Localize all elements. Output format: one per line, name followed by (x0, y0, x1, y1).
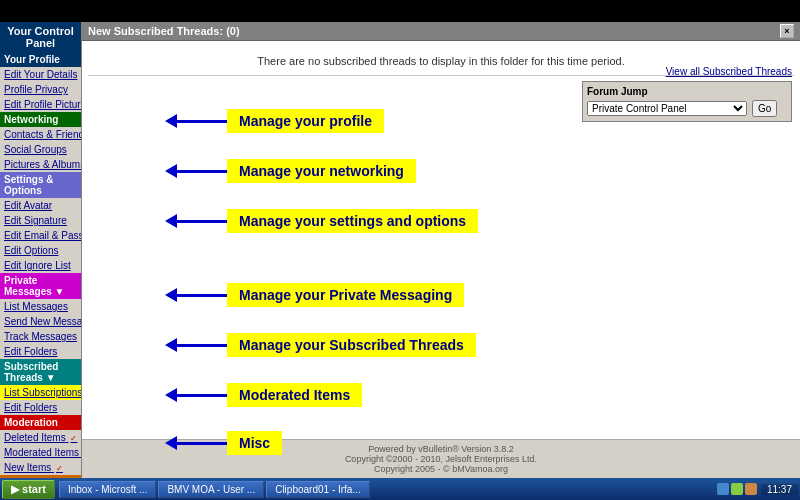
panel-title: New Subscribed Threads: (0) (88, 25, 240, 37)
annotation-label-pm: Manage your Private Messaging (227, 283, 464, 307)
sidebar-item-signature[interactable]: Edit Signature (0, 213, 81, 228)
sidebar-item-pm-folders[interactable]: Edit Folders (0, 344, 81, 359)
taskbar-items: Inbox - Microsft ... BMV MOA - User ... … (59, 481, 713, 498)
sidebar-item-contacts[interactable]: Contacts & Friends (0, 127, 81, 142)
footer-line1: Powered by vBulletin® Version 3.8.2 (86, 444, 796, 454)
deleted-items-icon: ✓ (70, 434, 77, 443)
arrow-head-profile (165, 114, 177, 128)
start-button[interactable]: ▶ start (2, 480, 55, 499)
main-window: Your Profile Your Control Panel Your Pro… (0, 22, 800, 478)
taskbar-item-bmv[interactable]: BMV MOA - User ... (158, 481, 264, 498)
sidebar-section-networking: Networking (0, 112, 81, 127)
panel-header: New Subscribed Threads: (0) × (82, 22, 800, 41)
sidebar-item-deleted-items[interactable]: Deleted Items ✓ (0, 430, 81, 445)
view-all-link[interactable]: View all Subscribed Threads (666, 66, 792, 77)
annotation-label-networking: Manage your networking (227, 159, 416, 183)
arrow-line-pm (177, 294, 227, 297)
annotation-label-moderated: Moderated Items (227, 383, 362, 407)
taskbar-bottom: ▶ start Inbox - Microsft ... BMV MOA - U… (0, 478, 800, 500)
sidebar-item-edit-details[interactable]: Edit Your Details (0, 67, 81, 82)
taskbar-clock: 11:37 (761, 484, 798, 495)
arrow-head-pm (165, 288, 177, 302)
tray-icon-1 (717, 483, 729, 495)
main-content: There are no subscribed threads to displ… (82, 41, 800, 439)
sidebar-item-avatar[interactable]: Edit Avatar (0, 198, 81, 213)
sidebar-section-settings: Settings & Options (0, 172, 81, 198)
annotation-label-profile: Manage your profile (227, 109, 384, 133)
forum-jump-select[interactable]: Private Control Panel (587, 101, 747, 116)
footer: Powered by vBulletin® Version 3.8.2 Copy… (82, 439, 800, 478)
sidebar-section-subscribed: Subscribed Threads ▼ (0, 359, 81, 385)
annotation-pm: Manage your Private Messaging (165, 283, 464, 307)
sidebar-section-your-profile: Your Profile (0, 52, 81, 67)
annotation-networking: Manage your networking (165, 159, 416, 183)
arrow-head-subscribed (165, 338, 177, 352)
forum-jump: Forum Jump Private Control Panel Go (582, 81, 792, 122)
sidebar-item-pictures[interactable]: Pictures & Albums (0, 157, 81, 172)
sidebar-item-social-groups[interactable]: Social Groups (0, 142, 81, 157)
arrow-line-subscribed (177, 344, 227, 347)
new-items-icon: ✓ (56, 464, 63, 473)
sidebar-item-edit-picture[interactable]: Edit Profile Picture (0, 97, 81, 112)
start-icon: ▶ (11, 483, 22, 495)
arrow-line-profile (177, 120, 227, 123)
sidebar-item-new-items[interactable]: New Items ✓ (0, 460, 81, 475)
annotation-moderated: Moderated Items (165, 383, 362, 407)
arrow-head-networking (165, 164, 177, 178)
arrow-head-settings (165, 214, 177, 228)
sidebar-section-pm: Private Messages ▼ (0, 273, 81, 299)
annotation-label-settings: Manage your settings and options (227, 209, 478, 233)
sidebar-item-list-messages[interactable]: List Messages (0, 299, 81, 314)
taskbar-tray (713, 483, 761, 495)
tray-icon-3 (745, 483, 757, 495)
arrow-line-moderated (177, 394, 227, 397)
sidebar-item-ignore-list[interactable]: Edit Ignore List (0, 258, 81, 273)
sidebar-item-send-message[interactable]: Send New Message (0, 314, 81, 329)
content-area: Your Profile Your Control Panel Your Pro… (0, 22, 800, 478)
sidebar-item-list-subscriptions[interactable]: List Subscriptions (0, 385, 81, 400)
annotation-settings: Manage your settings and options (165, 209, 478, 233)
main-panel: New Subscribed Threads: (0) × There are … (82, 22, 800, 478)
annotation-profile: Manage your profile (165, 109, 384, 133)
control-panel-header: Your Profile Your Control Panel (0, 22, 81, 52)
footer-line3: Copyright 2005 - © bMVamoa.org (86, 464, 796, 474)
sidebar-item-sub-folders[interactable]: Edit Folders (0, 400, 81, 415)
sidebar-item-moderated-items[interactable]: Moderated Items ✓ (0, 445, 81, 460)
arrow-line-networking (177, 170, 227, 173)
forum-jump-go-button[interactable]: Go (752, 100, 777, 117)
sidebar-item-track-messages[interactable]: Track Messages (0, 329, 81, 344)
sidebar-item-email-password[interactable]: Edit Email & Password (0, 228, 81, 243)
tray-icon-2 (731, 483, 743, 495)
annotation-label-subscribed: Manage your Subscribed Threads (227, 333, 476, 357)
sidebar-item-profile-privacy[interactable]: Profile Privacy (0, 82, 81, 97)
close-button[interactable]: × (780, 24, 794, 38)
sidebar: Your Profile Your Control Panel Your Pro… (0, 22, 82, 478)
taskbar-top (0, 0, 800, 22)
taskbar-item-clipboard[interactable]: Clipboard01 - Irfa... (266, 481, 370, 498)
sidebar-item-options[interactable]: Edit Options (0, 243, 81, 258)
sidebar-section-moderation: Moderation (0, 415, 81, 430)
arrow-head-moderated (165, 388, 177, 402)
arrow-line-settings (177, 220, 227, 223)
footer-line2: Copyright ©2000 - 2010, Jelsoft Enterpri… (86, 454, 796, 464)
forum-jump-title: Forum Jump (587, 86, 787, 97)
annotation-subscribed: Manage your Subscribed Threads (165, 333, 476, 357)
taskbar-item-inbox[interactable]: Inbox - Microsft ... (59, 481, 156, 498)
